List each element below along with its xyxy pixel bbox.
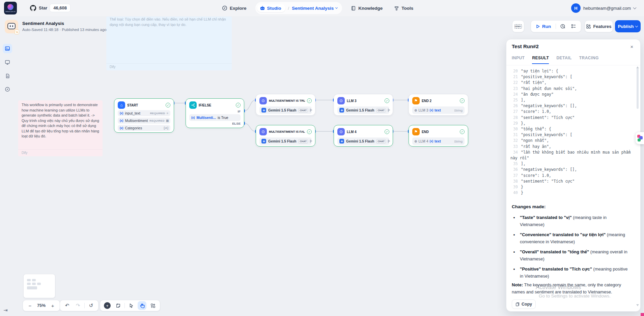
sidebar-item-explore[interactable] xyxy=(3,85,12,94)
publish-button[interactable]: Publish xyxy=(615,20,641,32)
copy-button[interactable]: Copy xyxy=(512,299,536,309)
run-button[interactable]: Run xyxy=(534,23,553,30)
gemini-icon xyxy=(339,139,344,144)
gemini-icon xyxy=(261,139,266,144)
auto-layout-button[interactable] xyxy=(148,301,157,310)
panel-scrollbar[interactable] xyxy=(636,68,639,306)
github-star-widget[interactable]: Star 46,608 xyxy=(30,3,71,12)
success-check-icon: ✓ xyxy=(460,98,465,103)
nav-studio[interactable]: Studio xyxy=(257,4,285,12)
model-name: Gemini 1.5 Flash xyxy=(346,139,374,143)
node-start[interactable]: ⌂ START ✓ (x) input_text REQUIRED≡ (x) M… xyxy=(114,98,174,133)
node-title: MULTISENTIMENT IS TRUE xyxy=(269,99,305,102)
env-icon: ENV xyxy=(514,24,522,29)
nav-tools[interactable]: Tools xyxy=(391,4,416,13)
note-footer: Dify xyxy=(18,149,103,156)
features-button[interactable]: Features xyxy=(585,20,613,32)
play-icon xyxy=(536,24,540,29)
start-field-multisentiment: (x) Multisentiment REQUIRED▣ xyxy=(118,118,170,124)
hand-mode-button[interactable] xyxy=(138,301,146,310)
add-node-button[interactable]: + xyxy=(103,301,112,310)
model-mode-badge: CHAT xyxy=(376,139,386,144)
app-icon[interactable]: % xyxy=(5,20,18,33)
node-title: IF/ELSE xyxy=(199,103,234,107)
node-end2[interactable]: ⚑ END 2 ✓ ⊕ LLM 3 (x) text String xyxy=(409,94,468,116)
redo-button[interactable]: ↷ xyxy=(74,301,82,310)
node-end[interactable]: ⚑ END ✓ ⊕ LLM 4 (x) text String xyxy=(409,125,468,147)
publish-label: Publish xyxy=(618,24,634,29)
node-title: START xyxy=(127,103,164,107)
eye-icon xyxy=(388,108,389,112)
user-menu[interactable]: H hebumteam@gmail.com xyxy=(571,3,636,13)
eye-icon xyxy=(310,108,311,112)
model-row: Gemini 1.5 Flash CHAT xyxy=(259,106,312,114)
note-footer: Dify xyxy=(106,63,232,70)
floating-extension-widget[interactable] xyxy=(636,132,644,144)
eye-icon xyxy=(388,139,389,143)
zoom-out-button[interactable]: − xyxy=(26,301,34,310)
panel-tabs: INPUT RESULT DETAIL TRACING xyxy=(512,56,599,64)
tab-tracing[interactable]: TRACING xyxy=(579,56,599,64)
sidebar-item-monitor[interactable] xyxy=(3,58,12,67)
scrollbar-thumb[interactable] xyxy=(637,68,639,109)
run-history-button[interactable] xyxy=(559,22,567,30)
divider xyxy=(84,303,85,308)
zoom-in-button[interactable]: + xyxy=(48,301,57,310)
tab-result[interactable]: RESULT xyxy=(532,56,549,64)
sticky-note-blue[interactable]: Thể loại: Tùy chọn để điền vào. Nếu điền… xyxy=(106,17,232,70)
breadcrumb-app-name[interactable]: Sentiment Analysis xyxy=(292,6,337,11)
field-name: Categories xyxy=(125,126,142,130)
tab-input[interactable]: INPUT xyxy=(512,56,525,64)
env-button[interactable]: ENV xyxy=(512,20,524,32)
pointer-mode-button[interactable] xyxy=(127,301,136,310)
changes-made-heading: Changes made: xyxy=(512,204,546,209)
divider xyxy=(556,24,556,29)
change-history-button[interactable]: ↺ xyxy=(87,301,95,310)
model-mode-badge: CHAT xyxy=(298,139,308,144)
nav-explore[interactable]: Explore xyxy=(219,3,249,13)
avatar: H xyxy=(571,3,581,13)
model-mode-badge: CHAT xyxy=(376,108,386,113)
tab-detail[interactable]: DETAIL xyxy=(556,56,571,64)
sticky-note-pink[interactable]: This workflow is primarily used to demon… xyxy=(18,100,103,156)
corner-widget[interactable] xyxy=(641,313,644,316)
node-multisentiment-is-false[interactable]: ⊙ MULTISENTIMENT IS FALSE ✓ Gemini 1.5 F… xyxy=(256,125,315,147)
undo-button[interactable]: ↶ xyxy=(63,301,72,310)
node-multisentiment-is-true[interactable]: ⊙ MULTISENTIMENT IS TRUE ✓ Gemini 1.5 Fl… xyxy=(256,94,315,116)
history-clock-icon xyxy=(560,24,565,29)
node-llm3[interactable]: ⊙ LLM 3 ✓ Gemini 1.5 Flash CHAT xyxy=(334,94,393,116)
close-icon[interactable]: × xyxy=(628,43,636,50)
copy-label: Copy xyxy=(522,302,532,307)
ifelse-split-icon xyxy=(189,101,197,109)
gemini-icon xyxy=(261,108,266,113)
variable-icon: (x) xyxy=(430,139,433,143)
nav-knowledge[interactable]: Knowledge xyxy=(348,4,385,13)
tools-hammer-icon xyxy=(394,6,399,11)
star-count[interactable]: 46,608 xyxy=(50,4,71,12)
sidebar-item-documents[interactable] xyxy=(3,71,12,81)
node-title: LLM 4 xyxy=(347,130,383,134)
plus-circle-icon: + xyxy=(104,302,111,309)
node-llm4[interactable]: ⊙ LLM 4 ✓ Gemini 1.5 Flash CHAT xyxy=(334,125,393,147)
add-note-button[interactable] xyxy=(114,301,122,310)
minimap[interactable] xyxy=(23,274,55,298)
document-icon xyxy=(5,73,10,78)
star-label: Star xyxy=(39,5,47,10)
sidebar-expand-icon[interactable]: ⇥ xyxy=(3,307,8,313)
app-root: hebum.com.vn Star 46,608 Explore Studio … xyxy=(0,0,644,316)
reference-icon: ⊕ xyxy=(414,108,417,112)
model-name: Gemini 1.5 Flash xyxy=(346,108,374,112)
monitor-icon xyxy=(5,60,10,65)
sidebar-item-apps[interactable] xyxy=(3,44,12,53)
top-bar: hebum.com.vn Star 46,608 Explore Studio … xyxy=(0,0,644,16)
hand-icon xyxy=(140,303,145,308)
start-field-categories: (x) Categories [A] xyxy=(118,125,170,131)
scroll-down-icon[interactable] xyxy=(636,304,639,306)
node-ifelse[interactable]: IF/ELSE ✓ IF (x) Multisenti... is True E… xyxy=(186,98,244,128)
checklist-button[interactable] xyxy=(569,22,578,30)
output-row: ⊕ LLM 4 (x) text String xyxy=(412,137,465,145)
if-branch-label: IF xyxy=(189,109,241,113)
zoom-level[interactable]: 75% xyxy=(36,303,46,308)
start-home-icon: ⌂ xyxy=(118,101,125,109)
workspace-logo[interactable]: hebum.com.vn xyxy=(4,2,17,14)
